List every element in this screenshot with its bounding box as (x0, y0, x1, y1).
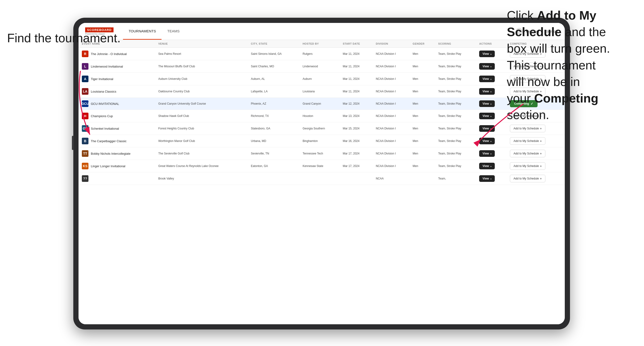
eye-icon (490, 90, 492, 93)
arrow-right (476, 102, 528, 144)
team-logo: ?? (82, 175, 88, 182)
cell-6: Team, (435, 173, 476, 185)
table-row: LA Louisiana Classics Oakbourne Country … (78, 85, 565, 98)
event-name-cell: R The Johnnie - O Individual (78, 48, 155, 60)
view-button[interactable]: View (479, 76, 495, 82)
cell-4: NCAA Division I (372, 85, 410, 98)
col-actions: ACTIONS (476, 40, 506, 48)
cell-4: NCAA Division I (372, 98, 410, 110)
cell-2: Lindenwood (299, 60, 340, 73)
tablet-screen: SCOREBOARD Powered by clippd TOURNAMENTS… (78, 23, 565, 324)
cell-5: Men (410, 60, 435, 73)
cell-5: Men (410, 160, 435, 173)
col-venue: VENUE (155, 40, 248, 48)
cell-1: Statesboro, GA (248, 122, 300, 135)
view-button[interactable]: View (479, 50, 495, 57)
plus-icon: + (540, 164, 542, 168)
cell-0: Great Waters Course At Reynolds Lake Oco… (155, 160, 248, 173)
table-row: L Lindenwood Invitational The Missouri B… (78, 60, 565, 73)
annotation-left: Find the tournament. (7, 31, 120, 45)
add-schedule-button[interactable]: Add to My Schedule + (510, 162, 546, 170)
cell-1: Saint Charles, MO (248, 60, 300, 73)
view-button[interactable]: View (479, 150, 495, 157)
cell-0: Brook Valley (155, 173, 248, 185)
event-name-text: The Johnnie - O Individual (91, 52, 127, 56)
cell-4: NCAA Division I (372, 73, 410, 85)
cell-4: NCAA Division I (372, 135, 410, 147)
cell-6: Team, Stroke Play (435, 147, 476, 160)
cell-3 (340, 173, 372, 185)
app-content: SCOREBOARD Powered by clippd TOURNAMENTS… (78, 23, 565, 324)
cell-2: Rutgers (299, 48, 340, 60)
col-start-date: START DATE (340, 40, 372, 48)
add-schedule-button[interactable]: Add to My Schedule + (510, 175, 546, 182)
cell-5: Men (410, 135, 435, 147)
actions-cell: View (476, 85, 506, 98)
event-name-cell: TT Bobby Nichols Intercollegiate (78, 147, 155, 160)
cell-5: Men (410, 85, 435, 98)
col-scoring: SCORING (435, 40, 476, 48)
actions-cell: View (476, 73, 506, 85)
col-gender: GENDER (410, 40, 435, 48)
view-button[interactable]: View (479, 63, 495, 70)
add-schedule-button[interactable]: Add to My Schedule + (510, 150, 546, 157)
cell-3: Mar 15, 2024 (340, 122, 372, 135)
eye-icon (490, 77, 492, 81)
cell-0: Oakbourne Country Club (155, 85, 248, 98)
competing-cell: Add to My Schedule + (506, 147, 565, 160)
tab-teams[interactable]: TEAMS (162, 23, 185, 40)
cell-0: Auburn University Club (155, 73, 248, 85)
cell-6: Team, Stroke Play (435, 135, 476, 147)
table-row: A Tiger Invitational Auburn University C… (78, 73, 565, 85)
view-button[interactable]: View (479, 175, 495, 182)
cell-5: Men (410, 147, 435, 160)
cell-2 (299, 173, 340, 185)
col-division: DIVISION (372, 40, 410, 48)
table-container[interactable]: EVENT NAME VENUE CITY, STATE HOSTED BY S… (78, 40, 565, 324)
event-name-text: The Carpetbagger Classic (91, 139, 126, 143)
cell-2: Houston (299, 110, 340, 122)
eye-icon (490, 65, 492, 68)
cell-4: NCAA Division I (372, 122, 410, 135)
cell-5: Men (410, 73, 435, 85)
add-schedule-label: Add to My Schedule (514, 164, 539, 168)
cell-6: Team, Stroke Play (435, 73, 476, 85)
cell-1: Saint Simons Island, GA (248, 48, 300, 60)
cell-0: The Sevierville Golf Club (155, 147, 248, 160)
plus-icon: + (540, 152, 542, 156)
table-row: TT Bobby Nichols Intercollegiate The Sev… (78, 147, 565, 160)
cell-6: Team, Stroke Play (435, 110, 476, 122)
actions-cell: View (476, 48, 506, 60)
team-logo: R (82, 50, 88, 57)
tab-tournaments[interactable]: TOURNAMENTS (123, 23, 162, 40)
cell-3: Mar 17, 2024 (340, 147, 372, 160)
plus-icon: + (540, 127, 542, 130)
actions-cell: View (476, 160, 506, 173)
view-button[interactable]: View (479, 163, 495, 169)
cell-4: NCAA Division I (372, 160, 410, 173)
table-row: R The Johnnie - O Individual Sea Palms R… (78, 48, 565, 60)
cell-3: Mar 17, 2024 (340, 160, 372, 173)
actions-cell: View (476, 173, 506, 185)
cell-6: Team, Stroke Play (435, 85, 476, 98)
cell-3: Mar 13, 2024 (340, 110, 372, 122)
cell-1: Eatonton, GA (248, 160, 300, 173)
cell-1: Richmond, TX (248, 110, 300, 122)
add-schedule-label: Add to My Schedule (514, 177, 539, 180)
cell-2: Louisiana (299, 85, 340, 98)
cell-2: Georgia Southern (299, 122, 340, 135)
cell-5: Men (410, 122, 435, 135)
cell-6: Team, Stroke Play (435, 60, 476, 73)
event-name-text: Lindenwood Invitational (91, 65, 123, 68)
cell-2: Grand Canyon (299, 98, 340, 110)
team-logo: KS (82, 163, 88, 169)
cell-5: Men (410, 110, 435, 122)
cell-5: Men (410, 48, 435, 60)
col-city-state: CITY, STATE (248, 40, 300, 48)
cell-0: Worthington Manor Golf Club (155, 135, 248, 147)
tablet-frame: SCOREBOARD Powered by clippd TOURNAMENTS… (73, 18, 570, 330)
cell-3: Mar 16, 2024 (340, 135, 372, 147)
view-button[interactable]: View (479, 88, 495, 95)
cell-1: Sevierville, TN (248, 147, 300, 160)
nav-tabs: TOURNAMENTS TEAMS (123, 23, 516, 40)
